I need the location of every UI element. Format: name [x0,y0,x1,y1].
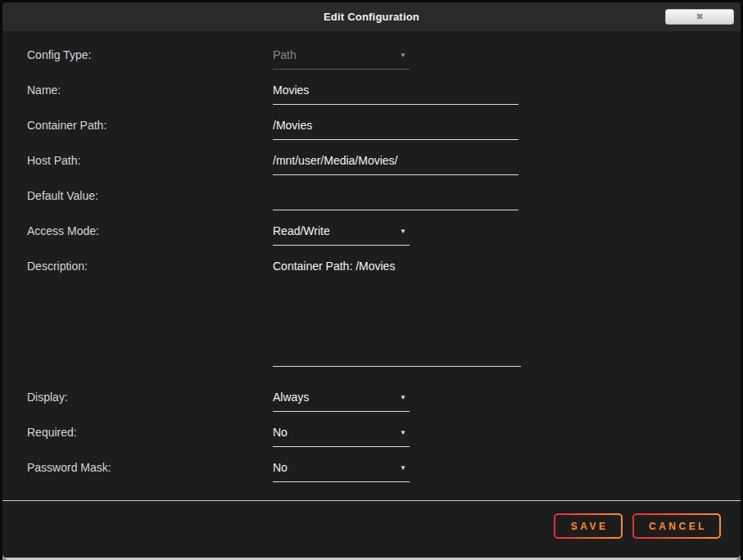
select-value: No [273,461,288,474]
container-path-label: Container Path: [27,113,273,132]
chevron-down-icon: ▼ [400,228,406,235]
form-row-required: Required: No ▼ [27,420,741,455]
display-label: Display: [27,385,273,404]
select-value: Path [273,48,297,61]
chevron-down-icon: ▼ [400,429,406,436]
edit-configuration-dialog: Edit Configuration ✖ Config Type: Path ▼… [0,0,743,560]
select-value: Always [273,391,309,404]
default-value-input[interactable] [273,183,519,210]
chevron-down-icon: ▼ [400,394,406,401]
access-mode-label: Access Mode: [27,219,273,237]
footer-divider [2,500,741,501]
chevron-down-icon: ▼ [400,464,406,472]
select-value: No [273,426,288,439]
cancel-button-label: CANCEL [634,515,720,537]
close-icon: ✖ [695,12,703,21]
required-select[interactable]: No ▼ [273,420,410,447]
save-button-label: SAVE [555,515,620,537]
form-row-host-path: Host Path: [27,148,741,183]
access-mode-select[interactable]: Read/Write ▼ [273,219,410,246]
form-row-description: Description: Container Path: /Movies [27,254,741,385]
host-path-input[interactable] [273,148,519,175]
description-textarea[interactable]: Container Path: /Movies [273,254,521,367]
config-type-label: Config Type: [27,43,273,61]
form-row-display: Display: Always ▼ [27,385,741,420]
save-button[interactable]: SAVE [554,513,622,539]
host-path-label: Host Path: [27,148,273,167]
dialog-footer: SAVE CANCEL [554,513,721,539]
name-input[interactable] [273,78,519,105]
close-button[interactable]: ✖ [665,9,734,25]
config-type-select: Path ▼ [273,43,410,70]
form-row-container-path: Container Path: [27,113,741,148]
form-row-password-mask: Password Mask: No ▼ [27,455,741,490]
description-label: Description: [27,254,273,273]
dialog-content: Config Type: Path ▼ Name: Container Path… [2,31,741,490]
display-select[interactable]: Always ▼ [273,385,410,412]
name-label: Name: [27,78,273,97]
password-mask-select[interactable]: No ▼ [273,455,410,482]
form-row-access-mode: Access Mode: Read/Write ▼ [27,219,741,254]
required-label: Required: [27,420,273,439]
password-mask-label: Password Mask: [27,455,273,474]
chevron-down-icon: ▼ [400,52,406,59]
dialog-titlebar: Edit Configuration ✖ [2,2,741,31]
select-value: Read/Write [273,224,330,237]
form-row-name: Name: [27,78,741,113]
default-value-label: Default Value: [27,183,273,202]
form-row-default-value: Default Value: [27,183,741,219]
form-row-config-type: Config Type: Path ▼ [27,43,741,78]
container-path-input[interactable] [273,113,519,140]
dialog-title: Edit Configuration [324,11,419,23]
cancel-button[interactable]: CANCEL [632,513,722,539]
